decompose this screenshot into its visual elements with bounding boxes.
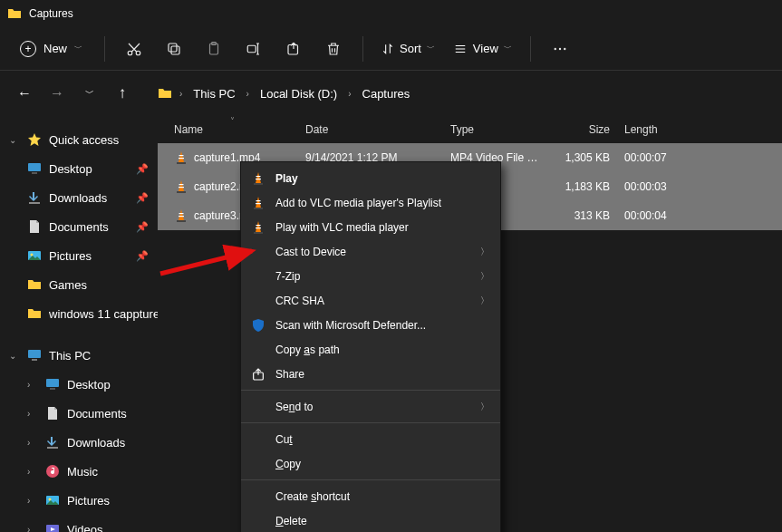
context-menu: PlayAdd to VLC media player's PlaylistPl… <box>240 161 501 532</box>
sort-button[interactable]: Sort ﹀ <box>374 36 442 61</box>
context-menu-item[interactable]: Scan with Microsoft Defender... <box>241 313 500 337</box>
blank-icon <box>250 513 266 529</box>
separator <box>241 390 500 391</box>
context-menu-item[interactable]: Play with VLC media player <box>241 215 500 239</box>
context-menu-item[interactable]: 7-Zip〉 <box>241 264 500 288</box>
context-menu-item[interactable]: Share <box>241 362 500 386</box>
sidebar-item-label: Videos <box>67 523 103 533</box>
svg-rect-20 <box>47 447 58 449</box>
sidebar-item[interactable]: ›Videos <box>0 515 158 532</box>
blank-icon <box>250 488 266 505</box>
context-menu-item[interactable]: Delete <box>241 508 500 532</box>
chevron-down-icon[interactable]: ⌄ <box>9 135 20 145</box>
breadcrumb-item[interactable]: Captures <box>359 83 414 104</box>
context-menu-item[interactable]: Cut <box>241 427 500 451</box>
context-menu-item[interactable]: Send to〉 <box>241 394 500 419</box>
blank-icon <box>250 342 266 358</box>
share-icon <box>250 366 266 382</box>
sidebar-item[interactable]: Documents📌 <box>0 212 158 241</box>
svg-rect-25 <box>179 155 184 156</box>
context-menu-item[interactable]: Copy <box>241 451 500 476</box>
rename-button[interactable] <box>236 33 272 65</box>
svg-rect-26 <box>179 158 184 159</box>
chevron-down-icon[interactable]: ⌄ <box>9 351 20 361</box>
svg-rect-32 <box>179 216 184 217</box>
svg-rect-40 <box>256 225 261 226</box>
context-menu-label: Play <box>275 172 298 185</box>
chevron-right-icon[interactable]: › <box>27 409 38 419</box>
sidebar-this-pc[interactable]: ⌄ This PC <box>0 341 158 370</box>
sidebar-item[interactable]: Games <box>0 270 158 299</box>
new-label: New <box>43 42 67 55</box>
column-size[interactable]: Size <box>546 118 617 141</box>
new-button[interactable]: + New ﹀ <box>9 35 93 63</box>
column-length[interactable]: Length <box>617 118 690 141</box>
sidebar-item[interactable]: Pictures📌 <box>0 241 158 270</box>
chevron-right-icon[interactable]: › <box>27 525 38 533</box>
sidebar-item[interactable]: windows 11 capptures <box>0 299 158 328</box>
view-icon <box>453 43 468 55</box>
sidebar-item[interactable]: ›Music <box>0 457 158 486</box>
chevron-right-icon: 〉 <box>480 401 489 413</box>
sidebar-quick-access[interactable]: ⌄ Quick access <box>0 125 158 154</box>
chevron-right-icon[interactable]: › <box>243 89 253 99</box>
delete-button[interactable] <box>315 33 352 65</box>
sidebar-item[interactable]: Downloads📌 <box>0 183 158 212</box>
recent-dropdown[interactable]: ﹀ <box>76 80 103 107</box>
chevron-right-icon: 〉 <box>480 270 489 283</box>
sidebar-item[interactable]: ›Desktop <box>0 370 158 399</box>
file-length-cell: 00:00:07 <box>617 151 690 164</box>
pc-icon <box>27 348 42 363</box>
context-menu-label: Scan with Microsoft Defender... <box>275 319 426 332</box>
breadcrumb-item[interactable]: Local Disk (D:) <box>256 83 341 104</box>
sidebar-item[interactable]: ›Downloads <box>0 428 158 457</box>
sidebar-item-label: Pictures <box>67 494 110 508</box>
context-menu-label: Copy <box>275 458 301 470</box>
context-menu-item[interactable]: Create shortcut <box>241 484 500 508</box>
sidebar-item[interactable]: ›Documents <box>0 399 158 428</box>
context-menu-label: Copy as path <box>275 343 340 356</box>
chevron-right-icon[interactable]: › <box>344 89 354 99</box>
context-menu-item[interactable]: Cast to Device〉 <box>241 239 500 264</box>
up-button[interactable]: ↑ <box>109 80 136 107</box>
more-button[interactable] <box>542 33 578 65</box>
chevron-right-icon[interactable]: › <box>27 496 38 506</box>
cut-button[interactable] <box>116 33 152 65</box>
column-type[interactable]: Type <box>443 118 546 141</box>
context-menu-item[interactable]: CRC SHA〉 <box>241 288 500 313</box>
chevron-right-icon[interactable]: › <box>176 89 186 99</box>
sidebar-item[interactable]: ›Pictures <box>0 486 158 515</box>
column-name[interactable]: Name <box>167 118 298 141</box>
svg-point-0 <box>128 51 132 55</box>
paste-button[interactable] <box>196 33 232 65</box>
context-menu-item[interactable]: Add to VLC media player's Playlist <box>241 190 500 215</box>
forward-button[interactable]: → <box>43 80 71 107</box>
svg-rect-36 <box>254 183 263 185</box>
context-menu-item[interactable]: Copy as path <box>241 337 500 362</box>
pin-icon: 📌 <box>136 163 149 175</box>
svg-rect-39 <box>254 208 263 209</box>
file-size-cell: 313 KB <box>546 209 617 222</box>
sidebar-item-label: Desktop <box>49 162 92 176</box>
view-button[interactable]: View ﹀ <box>446 36 519 61</box>
address-bar[interactable]: › This PC › Local Disk (D:) › Captures <box>158 83 413 104</box>
svg-rect-7 <box>288 44 298 54</box>
back-button[interactable]: ← <box>11 80 38 107</box>
sidebar-item[interactable]: Desktop📌 <box>0 154 158 183</box>
copy-button[interactable] <box>156 33 192 65</box>
svg-rect-42 <box>254 232 263 234</box>
blank-icon <box>250 293 266 309</box>
chevron-right-icon[interactable]: › <box>27 438 38 448</box>
chevron-down-icon: ﹀ <box>427 43 435 54</box>
separator <box>104 36 105 62</box>
column-date[interactable]: Date <box>298 118 443 141</box>
breadcrumb-item[interactable]: This PC <box>189 83 238 104</box>
vlc-icon <box>250 219 266 236</box>
chevron-right-icon[interactable]: › <box>27 380 38 390</box>
vlc-icon <box>250 170 266 187</box>
context-menu-item[interactable]: Play <box>241 166 500 190</box>
pin-icon: 📌 <box>136 221 149 233</box>
chevron-right-icon[interactable]: › <box>27 467 38 477</box>
share-button[interactable] <box>275 33 312 65</box>
svg-rect-37 <box>256 200 261 201</box>
